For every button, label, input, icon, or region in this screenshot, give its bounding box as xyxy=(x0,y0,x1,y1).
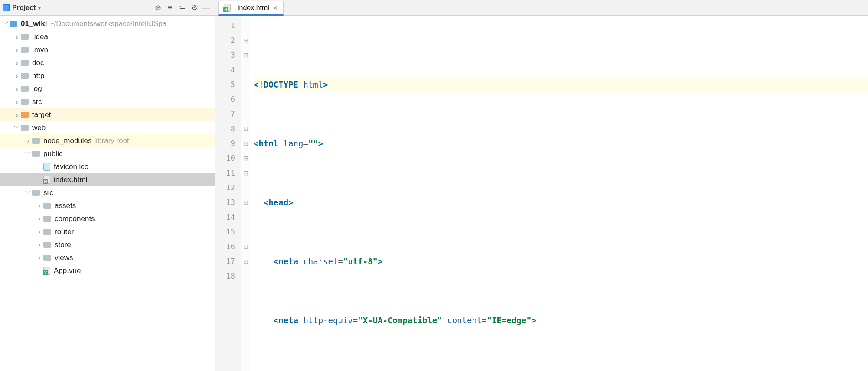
close-icon[interactable]: ✕ xyxy=(273,4,278,11)
folder-icon xyxy=(21,34,29,40)
code-line[interactable]: <html lang=""> xyxy=(254,136,868,151)
line-number[interactable]: 3 xyxy=(215,48,235,62)
editor-tabs: index.html ✕ xyxy=(215,0,868,16)
tree-label: components xyxy=(55,215,95,223)
fold-marker[interactable]: ⊡ xyxy=(243,195,248,210)
chevron-right-icon[interactable]: › xyxy=(24,137,32,144)
line-number[interactable]: 13 xyxy=(215,195,235,210)
line-number[interactable]: 6 xyxy=(215,92,235,107)
line-number[interactable]: 15 xyxy=(215,225,235,239)
fold-marker[interactable]: ⊡ xyxy=(243,239,248,254)
folder-icon xyxy=(43,203,51,209)
fold-marker[interactable]: ⊡ xyxy=(243,254,248,269)
fold-marker[interactable]: ⊡ xyxy=(243,136,248,151)
tree-folder[interactable]: ›assets xyxy=(0,199,215,212)
fold-column[interactable]: ⊟⊟⊡⊡⊟⊟⊡⊡⊡ xyxy=(241,16,250,371)
tree-folder[interactable]: ›store xyxy=(0,238,215,251)
code-line[interactable]: <meta http-equiv="X-UA-Compatible" conte… xyxy=(254,313,868,328)
chevron-right-icon[interactable]: › xyxy=(13,72,21,79)
folder-icon xyxy=(43,216,51,222)
line-number[interactable]: 17 xyxy=(215,254,235,269)
tree-folder[interactable]: ﹀web xyxy=(0,121,215,134)
line-number[interactable]: 2 xyxy=(215,33,235,48)
chevron-right-icon[interactable]: › xyxy=(36,202,43,209)
collapse-all-icon[interactable]: ≒ xyxy=(176,2,188,14)
tree-folder[interactable]: ﹀src xyxy=(0,186,215,199)
tree-folder[interactable]: ›.idea xyxy=(0,30,215,43)
tab-index-html[interactable]: index.html ✕ xyxy=(218,1,284,16)
project-tree[interactable]: ﹀ 01_wiki ~/Documents/workspace/IntelliJ… xyxy=(0,16,215,371)
tree-folder[interactable]: ›src xyxy=(0,95,215,108)
expand-all-icon[interactable]: ≡ xyxy=(164,2,176,14)
chevron-right-icon[interactable]: › xyxy=(36,241,43,248)
tree-folder[interactable]: ›components xyxy=(0,212,215,225)
line-number[interactable]: 4 xyxy=(215,62,235,77)
chevron-right-icon[interactable]: › xyxy=(13,59,21,66)
folder-icon xyxy=(21,60,29,66)
code-line[interactable]: <head> xyxy=(254,195,868,210)
chevron-right-icon[interactable]: › xyxy=(36,254,43,261)
project-icon xyxy=(3,4,10,11)
line-number[interactable]: 14 xyxy=(215,210,235,225)
chevron-down-icon[interactable]: ﹀ xyxy=(13,124,21,132)
chevron-down-icon[interactable]: ﹀ xyxy=(24,150,32,158)
folder-icon xyxy=(21,99,29,105)
line-number[interactable]: 5 xyxy=(215,77,235,92)
chevron-down-icon[interactable]: ﹀ xyxy=(24,189,32,197)
tree-label: log xyxy=(32,85,42,93)
line-number[interactable]: 18 xyxy=(215,269,235,283)
line-gutter[interactable]: 123456789101112131415161718 xyxy=(215,16,241,371)
tree-label: favicon.ico xyxy=(54,163,88,171)
line-number[interactable]: 7 xyxy=(215,107,235,121)
tree-label: target xyxy=(32,111,51,119)
tree-folder[interactable]: ›http xyxy=(0,69,215,82)
tree-file[interactable]: App.vue xyxy=(0,264,215,277)
folder-icon xyxy=(21,47,29,53)
locate-icon[interactable]: ⊕ xyxy=(152,2,164,14)
tree-folder[interactable]: ›router xyxy=(0,225,215,238)
chevron-right-icon[interactable]: › xyxy=(13,33,21,40)
line-number[interactable]: 1 xyxy=(215,18,235,33)
chevron-right-icon[interactable]: › xyxy=(13,46,21,53)
folder-icon xyxy=(21,86,29,92)
code-line[interactable]: <meta charset="utf-8"> xyxy=(254,254,868,269)
line-number[interactable]: 11 xyxy=(215,166,235,180)
tree-folder[interactable]: ›.mvn xyxy=(0,43,215,56)
chevron-right-icon[interactable]: › xyxy=(13,111,21,118)
code-content[interactable]: <!DOCTYPE html> <html lang=""> <head> <m… xyxy=(250,16,868,371)
tree-folder[interactable]: ›views xyxy=(0,251,215,264)
fold-marker[interactable]: ⊡ xyxy=(243,121,248,136)
line-number[interactable]: 9 xyxy=(215,136,235,151)
chevron-right-icon[interactable]: › xyxy=(36,215,43,222)
tree-root[interactable]: ﹀ 01_wiki ~/Documents/workspace/IntelliJ… xyxy=(0,17,215,30)
tree-folder[interactable]: ›doc xyxy=(0,56,215,69)
folder-icon xyxy=(21,112,29,118)
tree-folder[interactable]: ›target xyxy=(0,108,215,121)
project-selector[interactable]: Project ▾ xyxy=(3,4,41,12)
code-line[interactable]: <!DOCTYPE html> xyxy=(254,77,868,92)
chevron-right-icon[interactable]: › xyxy=(13,98,21,105)
html-file-icon xyxy=(224,4,231,12)
folder-icon xyxy=(43,242,51,248)
line-number[interactable]: 12 xyxy=(215,180,235,195)
tree-file[interactable]: index.html xyxy=(0,173,215,186)
fold-marker[interactable]: ⊟ xyxy=(243,33,248,48)
chevron-right-icon[interactable]: › xyxy=(36,228,43,235)
fold-marker[interactable]: ⊟ xyxy=(243,48,248,62)
tree-file[interactable]: favicon.ico xyxy=(0,160,215,173)
gear-icon[interactable]: ⚙ xyxy=(188,2,200,14)
tree-folder[interactable]: ›log xyxy=(0,82,215,95)
chevron-down-icon[interactable]: ﹀ xyxy=(2,20,10,28)
minimize-icon[interactable]: — xyxy=(200,2,212,14)
line-number[interactable]: 10 xyxy=(215,151,235,166)
tree-folder[interactable]: ›node_moduleslibrary root xyxy=(0,134,215,147)
vue-file-icon xyxy=(43,267,50,275)
line-number[interactable]: 16 xyxy=(215,239,235,254)
tree-folder[interactable]: ﹀public xyxy=(0,147,215,160)
chevron-down-icon: ▾ xyxy=(38,5,41,11)
fold-marker[interactable]: ⊟ xyxy=(243,166,248,180)
line-number[interactable]: 8 xyxy=(215,121,235,136)
chevron-right-icon[interactable]: › xyxy=(13,85,21,92)
html-file-icon xyxy=(43,176,50,184)
fold-marker[interactable]: ⊟ xyxy=(243,151,248,166)
